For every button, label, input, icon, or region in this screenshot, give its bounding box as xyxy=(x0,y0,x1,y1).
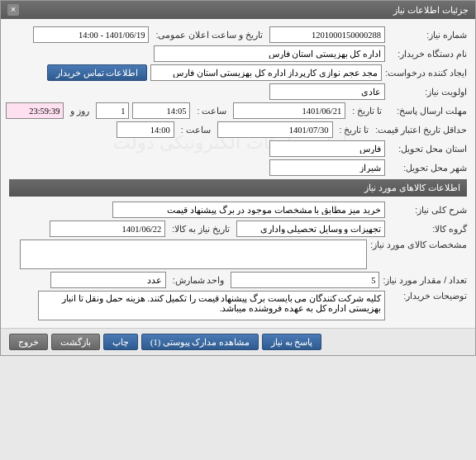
province-field[interactable] xyxy=(269,140,385,157)
form-body: شماره نیاز: تاریخ و ساعت اعلان عمومی: نا… xyxy=(1,19,475,328)
validity-date-field[interactable] xyxy=(217,121,333,138)
buyer-label: نام دستگاه خریدار: xyxy=(388,49,467,59)
group-field[interactable] xyxy=(236,221,385,237)
announce-label: تاریخ و ساعت اعلان عمومی: xyxy=(155,30,263,40)
respond-button[interactable]: پاسخ به نیاز xyxy=(262,334,321,350)
section-goods-header: اطلاعات کالاهای مورد نیاز xyxy=(9,179,467,197)
city-field[interactable] xyxy=(269,159,385,176)
buyer-note-field[interactable] xyxy=(38,291,385,320)
qty-field[interactable] xyxy=(231,272,379,288)
buyer-note-label: توضیحات خریدار: xyxy=(388,291,467,301)
need-no-field[interactable] xyxy=(269,26,385,43)
need-date-label: تاریخ نیاز به کالا: xyxy=(172,224,230,234)
province-label: استان محل تحویل: xyxy=(388,144,467,154)
qty-label: تعداد / مقدار مورد نیاز: xyxy=(383,275,467,285)
need-date-field[interactable] xyxy=(50,221,165,237)
exit-button[interactable]: خروج xyxy=(9,334,48,350)
time-label-2: ساعت : xyxy=(181,125,211,135)
desc-label: شرح کلی نیاز: xyxy=(388,205,467,215)
title-bar: جزئیات اطلاعات نیاز × xyxy=(1,1,475,19)
deadline-label: مهلت ارسال پاسخ: xyxy=(388,106,467,116)
dialog-window: جزئیات اطلاعات نیاز × شماره نیاز: تاریخ … xyxy=(0,0,476,356)
announce-field[interactable] xyxy=(33,26,149,43)
city-label: شهر محل تحویل: xyxy=(388,163,467,173)
priority-label: اولویت نیاز: xyxy=(388,87,467,97)
unit-label: واحد شمارش: xyxy=(173,275,225,285)
close-icon[interactable]: × xyxy=(7,4,19,16)
validity-time-field[interactable] xyxy=(117,121,174,138)
validity-label: حداقل تاریخ اعتبار قیمت: xyxy=(375,125,467,135)
back-button[interactable]: بازگشت xyxy=(51,334,100,350)
need-no-label: شماره نیاز: xyxy=(388,30,467,40)
remaining-time-field[interactable] xyxy=(6,102,64,119)
unit-field[interactable] xyxy=(50,272,166,288)
group-label: گروه کالا: xyxy=(388,224,467,234)
requester-label: ایجاد کننده درخواست: xyxy=(385,68,467,78)
desc-field[interactable] xyxy=(112,202,385,218)
requester-field[interactable] xyxy=(150,64,382,81)
days-label: روز و xyxy=(70,106,89,116)
time-label-1: ساعت : xyxy=(197,106,226,116)
days-count-field[interactable] xyxy=(96,102,129,119)
spec-field[interactable] xyxy=(20,239,367,269)
footer-bar: پاسخ به نیاز مشاهده مدارک پیوستی (1) چاپ… xyxy=(1,328,475,355)
deadline-time-field[interactable] xyxy=(132,102,190,119)
print-button[interactable]: چاپ xyxy=(103,334,138,350)
to-date-label: تا تاریخ : xyxy=(352,106,382,116)
priority-field[interactable] xyxy=(269,83,385,100)
deadline-date-field[interactable] xyxy=(233,102,345,119)
spec-label: مشخصات کالای مورد نیاز: xyxy=(370,239,467,249)
to-date-label-2: تا تاریخ : xyxy=(340,125,369,135)
buyer-field[interactable] xyxy=(154,45,385,62)
window-title: جزئیات اطلاعات نیاز xyxy=(393,5,469,16)
attachments-button[interactable]: مشاهده مدارک پیوستی (1) xyxy=(141,334,259,350)
contact-buyer-button[interactable]: اطلاعات تماس خریدار xyxy=(47,64,147,81)
